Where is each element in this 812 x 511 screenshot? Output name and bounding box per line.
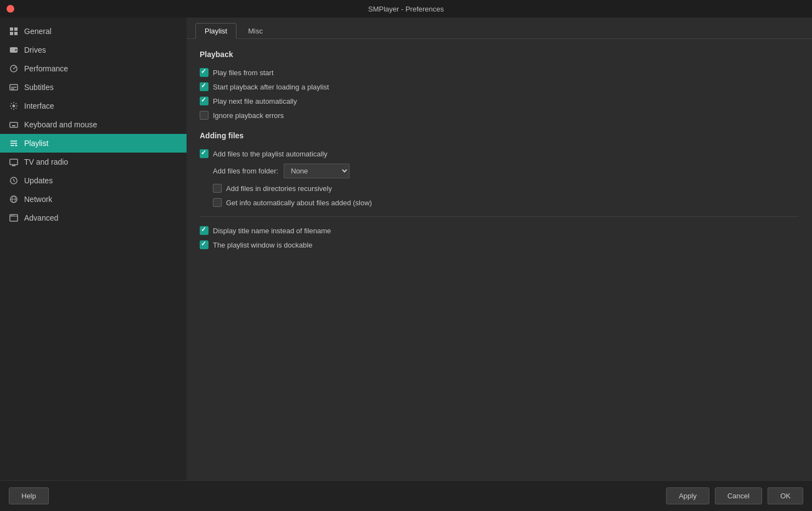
sidebar-item-label-tv-radio: TV and radio — [24, 158, 68, 166]
svg-rect-13 — [10, 122, 18, 127]
ok-button[interactable]: OK — [768, 487, 803, 504]
sidebar-item-label-subtitles: Subtitles — [24, 83, 54, 92]
adding-files-section: Adding files Add files to the playlist a… — [200, 131, 799, 210]
checkbox-get-info[interactable] — [213, 198, 222, 207]
playlist-icon — [9, 138, 19, 148]
svg-rect-2 — [10, 32, 13, 35]
sidebar-item-general[interactable]: General — [0, 22, 187, 41]
checkbox-ignore-errors[interactable] — [200, 111, 208, 120]
sidebar-item-label-performance: Performance — [24, 64, 68, 73]
svg-point-32 — [11, 215, 12, 216]
network-icon — [9, 194, 19, 204]
label-start-after-loading[interactable]: Start playback after loading a playlist — [213, 83, 329, 91]
sidebar-item-advanced[interactable]: Advanced — [0, 209, 187, 227]
sidebar-item-keyboard[interactable]: Keyboard and mouse — [0, 115, 187, 134]
playback-section: Playback Play files from startStart play… — [200, 50, 799, 122]
svg-rect-0 — [10, 27, 13, 31]
misc-section: Display title name instead of filenameTh… — [200, 216, 799, 252]
tab-playlist[interactable]: Playlist — [195, 23, 236, 39]
sidebar: GeneralDrivesPerformanceSubtitlesInterfa… — [0, 18, 187, 480]
sidebar-item-label-network: Network — [24, 195, 52, 204]
misc-option-display-title: Display title name instead of filename — [200, 223, 799, 238]
updates-icon — [9, 176, 19, 186]
playback-option-ignore-errors: Ignore playback errors — [200, 108, 799, 122]
folder-select[interactable]: NoneCurrent folderVideo folderMusic fold… — [284, 164, 349, 178]
sidebar-item-subtitles[interactable]: Subtitles — [0, 78, 187, 97]
svg-rect-1 — [14, 27, 18, 31]
drive-icon — [9, 45, 19, 55]
checkbox-display-title[interactable] — [200, 226, 208, 235]
svg-point-5 — [15, 49, 17, 51]
tabs-bar: PlaylistMisc — [187, 18, 812, 39]
close-button[interactable] — [7, 5, 14, 13]
label-add-recursively[interactable]: Add files in directories recursively — [226, 184, 332, 193]
checkbox-start-after-loading[interactable] — [200, 82, 208, 91]
adding-files-title: Adding files — [200, 131, 799, 140]
svg-rect-30 — [10, 215, 18, 221]
adding-extra-get-info: Get info automatically about files added… — [200, 195, 799, 210]
sidebar-item-network[interactable]: Network — [0, 190, 187, 209]
sidebar-item-label-advanced: Advanced — [24, 214, 58, 222]
playback-section-title: Playback — [200, 50, 799, 59]
sidebar-item-label-interface: Interface — [24, 102, 54, 110]
tab-misc[interactable]: Misc — [239, 23, 272, 38]
label-play-next-auto[interactable]: Play next file automatically — [213, 97, 297, 105]
sidebar-item-drives[interactable]: Drives — [0, 41, 187, 59]
window-title: SMPlayer - Preferences — [368, 5, 444, 13]
svg-marker-21 — [15, 144, 18, 147]
svg-point-12 — [13, 105, 15, 108]
sidebar-item-playlist[interactable]: Playlist — [0, 134, 187, 153]
svg-rect-22 — [10, 159, 18, 165]
sidebar-item-updates[interactable]: Updates — [0, 171, 187, 190]
sidebar-item-label-updates: Updates — [24, 176, 53, 185]
label-display-title[interactable]: Display title name instead of filename — [213, 227, 331, 235]
sidebar-item-performance[interactable]: Performance — [0, 59, 187, 78]
sidebar-item-label-playlist: Playlist — [24, 139, 48, 148]
bottom-bar: Help Apply Cancel OK — [0, 480, 812, 511]
checkbox-dockable[interactable] — [200, 240, 208, 249]
keyboard-icon — [9, 120, 19, 130]
misc-option-dockable: The playlist window is dockable — [200, 238, 799, 252]
label-get-info[interactable]: Get info automatically about files added… — [226, 199, 372, 207]
playback-option-start-after-loading: Start playback after loading a playlist — [200, 80, 799, 94]
main-content: GeneralDrivesPerformanceSubtitlesInterfa… — [0, 18, 812, 480]
label-play-from-start[interactable]: Play files from start — [213, 69, 274, 77]
playback-option-play-from-start: Play files from start — [200, 65, 799, 80]
grid-icon — [9, 26, 19, 36]
right-panel: PlaylistMisc Playback Play files from st… — [187, 18, 812, 480]
svg-point-33 — [13, 215, 14, 216]
sidebar-item-interface[interactable]: Interface — [0, 97, 187, 115]
panel-content: Playback Play files from startStart play… — [187, 39, 812, 480]
folder-label: Add files from folder: — [213, 167, 278, 175]
label-add-auto[interactable]: Add files to the playlist automatically — [213, 150, 328, 158]
label-dockable[interactable]: The playlist window is dockable — [213, 241, 312, 249]
bottom-right-buttons: Apply Cancel OK — [666, 487, 803, 504]
adding-option-add-auto: Add files to the playlist automatically — [200, 147, 799, 161]
playback-option-play-next-auto: Play next file automatically — [200, 94, 799, 108]
checkbox-play-next-auto[interactable] — [200, 97, 208, 105]
adding-extra-add-recursively: Add files in directories recursively — [200, 181, 799, 195]
cancel-button[interactable]: Cancel — [715, 487, 762, 504]
help-button[interactable]: Help — [9, 487, 49, 504]
sidebar-item-tv-radio[interactable]: TV and radio — [0, 153, 187, 171]
svg-rect-3 — [14, 32, 18, 35]
svg-point-8 — [13, 68, 14, 69]
checkbox-play-from-start[interactable] — [200, 68, 208, 77]
checkbox-add-recursively[interactable] — [213, 184, 222, 193]
sidebar-item-label-drives: Drives — [24, 46, 46, 54]
performance-icon — [9, 64, 19, 74]
sidebar-item-label-keyboard: Keyboard and mouse — [24, 120, 97, 129]
folder-row: Add files from folder:NoneCurrent folder… — [200, 161, 799, 181]
apply-button[interactable]: Apply — [666, 487, 709, 504]
interface-icon — [9, 101, 19, 111]
label-ignore-errors[interactable]: Ignore playback errors — [213, 111, 284, 120]
advanced-icon — [9, 213, 19, 223]
sidebar-item-label-general: General — [24, 27, 52, 36]
checkbox-add-auto[interactable] — [200, 149, 208, 158]
subtitles-icon — [9, 82, 19, 92]
title-bar: SMPlayer - Preferences — [0, 0, 812, 18]
tv-icon — [9, 157, 19, 167]
